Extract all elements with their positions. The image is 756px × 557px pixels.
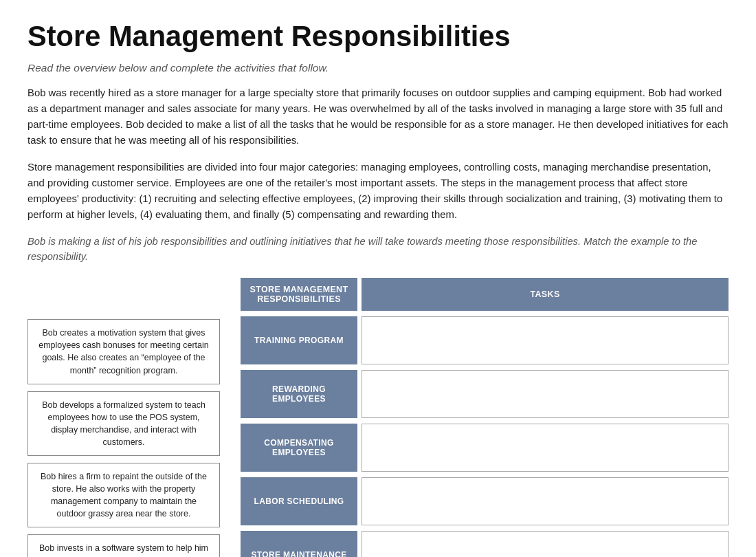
activity-area: Bob creates a motivation system that giv… <box>27 278 729 557</box>
draggable-items-container: Bob creates a motivation system that giv… <box>27 319 220 557</box>
drop-zone-training-program[interactable] <box>362 316 729 364</box>
match-table: STORE MANAGEMENT RESPONSIBILITIES TASKS … <box>241 278 729 557</box>
match-row-2: REWARDING EMPLOYEES <box>241 370 729 418</box>
drag-card-1[interactable]: Bob creates a motivation system that giv… <box>27 319 220 384</box>
drop-zone-rewarding-employees[interactable] <box>362 370 729 418</box>
responsibility-labor-scheduling: LABOR SCHEDULING <box>241 477 357 525</box>
responsibility-compensating-employees: COMPENSATING EMPLOYEES <box>241 424 357 472</box>
table-header-row: STORE MANAGEMENT RESPONSIBILITIES TASKS <box>241 278 729 311</box>
header-tasks: TASKS <box>362 278 729 311</box>
paragraph-1: Bob was recently hired as a store manage… <box>27 85 729 149</box>
drag-card-4[interactable]: Bob invests in a software system to help… <box>27 534 220 557</box>
match-row-4: LABOR SCHEDULING <box>241 477 729 525</box>
page-title: Store Management Responsibilities <box>27 21 729 52</box>
match-row-3: COMPENSATING EMPLOYEES <box>241 424 729 472</box>
drag-card-3[interactable]: Bob hires a firm to repaint the outside … <box>27 463 220 527</box>
header-responsibilities: STORE MANAGEMENT RESPONSIBILITIES <box>241 278 357 311</box>
drop-zone-labor-scheduling[interactable] <box>362 477 729 525</box>
match-row-5: STORE MAINTENANCE <box>241 531 729 557</box>
drop-zone-compensating-employees[interactable] <box>362 424 729 472</box>
match-row-1: TRAINING PROGRAM <box>241 316 729 364</box>
responsibility-rewarding-employees: REWARDING EMPLOYEES <box>241 370 357 418</box>
responsibility-training-program: TRAINING PROGRAM <box>241 316 357 364</box>
drag-card-2[interactable]: Bob develops a formalized system to teac… <box>27 391 220 456</box>
responsibility-store-maintenance: STORE MAINTENANCE <box>241 531 357 557</box>
activity-instructions: Bob is making a list of his job responsi… <box>27 234 729 264</box>
paragraph-2: Store management responsibilities are di… <box>27 160 729 223</box>
subtitle: Read the overview below and complete the… <box>27 62 729 74</box>
drop-zone-store-maintenance[interactable] <box>362 531 729 557</box>
